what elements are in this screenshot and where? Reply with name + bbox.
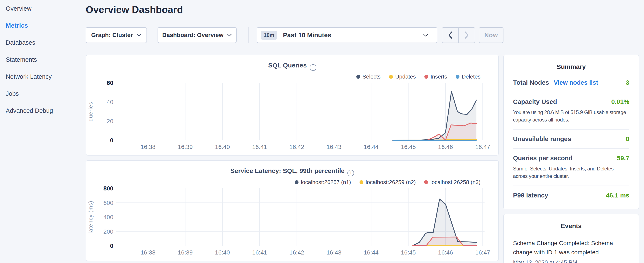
chevron-left-icon (448, 31, 453, 39)
summary-heading: Summary (513, 55, 629, 70)
y-tick-label: 0 (110, 242, 113, 249)
next-time-button[interactable] (459, 28, 475, 43)
y-tick-label: 800 (103, 185, 113, 192)
sidebar-item-databases[interactable]: Databases (0, 34, 85, 51)
right-column: Summary Total Nodes View nodes list 3 Ca… (503, 55, 639, 263)
total-nodes-label: Total Nodes (513, 79, 549, 86)
x-tick-label: 16:44 (364, 249, 379, 256)
x-tick-label: 16:45 (401, 144, 416, 150)
prev-time-button[interactable] (442, 28, 459, 43)
events-heading: Events (513, 214, 629, 229)
y-tick-label: 400 (103, 214, 113, 220)
summary-row-unavailable-ranges: Unavailable ranges 0 (513, 130, 629, 148)
x-tick-label: 16:40 (215, 144, 230, 150)
x-tick-label: 16:47 (475, 144, 490, 150)
summary-row-total-nodes: Total Nodes View nodes list 3 (513, 70, 629, 92)
x-tick-label: 16:38 (140, 144, 156, 150)
sidebar-nav: Overview Metrics Databases Statements Ne… (0, 0, 85, 263)
x-tick-label: 16:39 (178, 144, 193, 150)
qps-note: Sum of Selects, Updates, Inserts, and De… (513, 165, 629, 180)
chevron-down-icon (136, 34, 142, 37)
time-range-label: Past 10 Minutes (283, 32, 331, 39)
y-tick-label: 60 (107, 80, 113, 86)
capacity-note: You are using 28.6 MiB of 515.9 GiB usab… (513, 109, 629, 123)
service-latency-chart-card: Service Latency: SQL, 99th percentilei l… (86, 160, 499, 261)
y-tick-label: 0 (110, 137, 113, 144)
dashboard-dropdown[interactable]: Dashboard: Overview (158, 27, 237, 43)
toolbar-divider (248, 27, 248, 43)
p99-value: 46.1 ms (606, 192, 629, 199)
y-tick-label: 20 (107, 118, 113, 124)
x-tick-label: 16:42 (289, 249, 304, 256)
p99-label: P99 latency (513, 192, 548, 199)
x-tick-label: 16:40 (215, 249, 230, 256)
sidebar-item-jobs[interactable]: Jobs (0, 85, 85, 102)
sql-queries-chart-card: SQL Queriesi SelectsUpdatesInsertsDelete… (86, 55, 499, 156)
summary-panel: Summary Total Nodes View nodes list 3 Ca… (503, 55, 639, 209)
sidebar-item-metrics[interactable]: Metrics (0, 17, 85, 34)
x-tick-label: 16:41 (252, 144, 267, 150)
events-panel: Events Schema Change Completed: Schema c… (503, 214, 639, 263)
service-latency-plot[interactable]: 16:3816:3916:4016:4116:4216:4316:4416:45… (86, 161, 499, 261)
x-tick-label: 16:43 (326, 144, 342, 150)
x-tick-label: 16:41 (252, 249, 267, 256)
summary-row-qps: Queries per second 59.7 Sum of Selects, … (513, 149, 629, 185)
y-tick-label: 40 (107, 99, 113, 105)
unavailable-ranges-label: Unavailable ranges (513, 135, 571, 143)
chevron-down-icon (227, 34, 232, 37)
x-tick-label: 16:38 (140, 249, 156, 256)
summary-row-capacity: Capacity Used 0.01% You are using 28.6 M… (513, 92, 629, 129)
sql-queries-plot[interactable]: 16:3816:3916:4016:4116:4216:4316:4416:45… (86, 55, 499, 156)
sidebar-item-statements[interactable]: Statements (0, 51, 85, 68)
x-tick-label: 16:42 (289, 144, 304, 150)
unavailable-ranges-value: 0 (626, 135, 629, 143)
chevron-right-icon (464, 31, 470, 39)
page-title: Overview Dashboard (86, 4, 183, 15)
event-timestamp: May 13, 2020 at 4:45 PM (513, 259, 629, 263)
dashboard-label: Dashboard: Overview (162, 32, 224, 39)
y-tick-label: 200 (103, 228, 113, 235)
view-nodes-link[interactable]: View nodes list (554, 79, 598, 86)
time-pager (442, 27, 475, 43)
qps-label: Queries per second (513, 154, 572, 162)
chevron-down-icon (423, 34, 428, 37)
total-nodes-value: 3 (626, 79, 629, 86)
x-tick-label: 16:47 (475, 249, 490, 256)
summary-row-p99: P99 latency 46.1 ms (513, 186, 629, 205)
event-text: Schema Change Completed: Schema change w… (513, 238, 629, 257)
x-tick-label: 16:44 (364, 144, 379, 150)
qps-value: 59.7 (617, 154, 629, 162)
y-axis-label: queries (88, 102, 94, 122)
graph-scope-dropdown[interactable]: Graph: Cluster (86, 27, 147, 43)
x-tick-label: 16:46 (438, 144, 453, 150)
time-range-dropdown[interactable]: 10m Past 10 Minutes (256, 27, 437, 43)
x-tick-label: 16:46 (438, 249, 453, 256)
sidebar-item-network-latency[interactable]: Network Latency (0, 68, 85, 85)
x-tick-label: 16:45 (401, 249, 416, 256)
db-console-metrics-page: Overview Metrics Databases Statements Ne… (0, 0, 644, 263)
sidebar-item-overview[interactable]: Overview (0, 0, 85, 17)
graph-scope-label: Graph: Cluster (91, 32, 133, 39)
sidebar-item-advanced-debug[interactable]: Advanced Debug (0, 102, 85, 119)
time-range-badge: 10m (261, 31, 277, 40)
capacity-label: Capacity Used (513, 98, 557, 105)
event-list-item[interactable]: Schema Change Completed: Schema change w… (513, 238, 629, 263)
now-button[interactable]: Now (479, 27, 504, 43)
x-tick-label: 16:39 (178, 249, 193, 256)
capacity-value: 0.01% (611, 98, 629, 105)
y-tick-label: 600 (103, 200, 113, 206)
y-axis-label: latency (ms) (88, 201, 94, 233)
x-tick-label: 16:43 (326, 249, 342, 256)
